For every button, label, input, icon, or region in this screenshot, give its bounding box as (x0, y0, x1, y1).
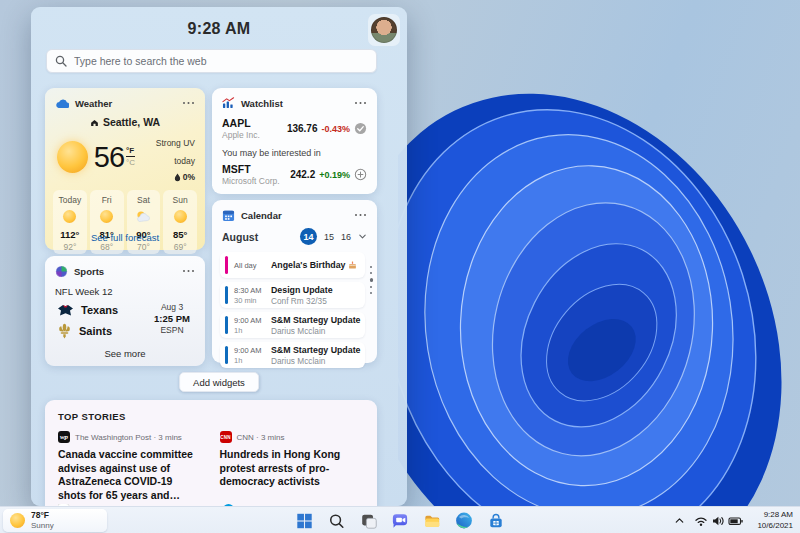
weather-location-label: Seattle, WA (103, 116, 160, 128)
taskbar-task-view-button[interactable] (356, 509, 381, 532)
teams-chat-icon (391, 511, 410, 530)
windows-bloom-wallpaper (398, 10, 800, 533)
event-title: S&M Startegy Update (271, 345, 360, 355)
stock-company: Apple Inc. (222, 130, 260, 140)
forecast-day-today[interactable]: Today 112° 92° (53, 190, 87, 254)
date-15[interactable]: 15 (324, 232, 334, 242)
search-input[interactable] (74, 55, 368, 67)
low-temp: 69° (174, 242, 187, 252)
edge-browser-icon (455, 511, 474, 530)
event-detail: Darius Mcclain (271, 326, 359, 336)
weather-title: Weather (75, 98, 112, 109)
unit-toggle[interactable]: °F °C (126, 146, 135, 167)
precipitation-label: 0% (183, 172, 195, 182)
calendar-widget[interactable]: Calendar August 14 15 16 All day (212, 200, 377, 363)
watchlist-widget[interactable]: Watchlist AAPL Apple Inc. 136.76 -0.43% (212, 88, 377, 194)
add-to-watchlist-icon[interactable] (354, 168, 367, 181)
event-title: Angela's Birthday (271, 260, 345, 270)
game-info: Aug 3 1:25 PM ESPN (149, 302, 195, 335)
event-detail: Darius Mcclain (271, 356, 359, 366)
check-circle-icon[interactable] (354, 122, 367, 135)
watchlist-menu-button[interactable] (353, 96, 369, 110)
see-full-forecast-link[interactable]: See full forecast (45, 232, 205, 243)
chevron-up-icon (673, 514, 686, 527)
forecast-day-fri[interactable]: Fri 81° 68° (90, 190, 124, 254)
stock-price: 136.76 (287, 123, 318, 134)
windows-start-icon (295, 512, 313, 530)
forecast-day-sun[interactable]: Sun 85° 69° (163, 190, 197, 254)
taskbar-edge-button[interactable] (452, 509, 477, 532)
chevron-down-icon[interactable] (358, 232, 367, 241)
stock-row-aapl[interactable]: AAPL Apple Inc. 136.76 -0.43% (212, 114, 377, 140)
see-more-link[interactable]: See more (45, 348, 205, 359)
taskbar-weather-temp: 78°F (31, 511, 49, 520)
tray-clock[interactable]: 9:28 AM 10/6/2021 (755, 508, 795, 533)
taskbar-weather-condition: Sunny (31, 522, 54, 530)
home-icon (90, 118, 99, 127)
fahrenheit-label[interactable]: °F (126, 146, 135, 157)
task-view-icon (359, 512, 377, 530)
event-design-update[interactable]: 8:30 AM 30 min Design Update Conf Rm 32/… (220, 282, 365, 308)
event-strategy-update-2[interactable]: 9:00 AM 1h S&M Startegy Update Darius Mc… (220, 342, 365, 368)
microsoft-store-icon (487, 511, 506, 530)
news-article-wapo[interactable]: wp The Washington Post · 3 mins Canada v… (58, 431, 203, 503)
account-avatar-button[interactable] (368, 14, 400, 46)
top-stories-title: TOP STORIES (58, 411, 364, 422)
wifi-icon (694, 514, 708, 528)
event-birthday[interactable]: All day Angela's Birthday (220, 252, 365, 278)
watchlist-note: You may be interested in (212, 140, 377, 160)
calendar-menu-button[interactable] (353, 208, 369, 222)
date-14-selected[interactable]: 14 (300, 228, 317, 245)
day-label: Sun (173, 195, 188, 205)
event-accent-bar (225, 346, 228, 364)
day-label: Sat (137, 195, 150, 205)
sun-icon (57, 141, 88, 173)
sports-widget[interactable]: Sports NFL Week 12 Texans Sa (45, 256, 205, 366)
celsius-label[interactable]: °C (126, 158, 135, 167)
avatar (371, 17, 397, 43)
stock-symbol: MSFT (222, 163, 280, 175)
event-accent-bar (225, 316, 228, 334)
event-strategy-update-1[interactable]: 9:00 AM 1h S&M Startegy Update Darius Mc… (220, 312, 365, 338)
web-search-bar[interactable] (46, 49, 377, 73)
taskbar-chat-button[interactable] (388, 509, 413, 532)
sports-menu-button[interactable] (181, 264, 197, 278)
article-meta: CNN · 3 mins (237, 433, 285, 442)
tray-time: 9:28 AM (757, 510, 793, 520)
stock-company: Microsoft Corp. (222, 176, 280, 186)
add-widgets-button[interactable]: Add widgets (179, 372, 259, 392)
calendar-scroll-indicator[interactable] (370, 266, 374, 294)
stock-change: -0.43% (321, 124, 350, 134)
stock-price: 242.2 (290, 169, 315, 180)
league-week-label: NFL Week 12 (45, 282, 205, 297)
forecast-day-sat[interactable]: Sat 90° 70° (127, 190, 161, 254)
game-network: ESPN (149, 325, 195, 335)
taskbar-store-button[interactable] (484, 509, 509, 532)
taskbar-search-button[interactable] (324, 509, 349, 532)
tray-network-volume-battery-button[interactable] (692, 512, 746, 530)
event-duration: 1h (234, 326, 271, 335)
sunny-icon (10, 513, 25, 528)
sunny-icon (63, 210, 76, 223)
article-headline: Canada vaccine committee advises against… (58, 448, 203, 503)
file-explorer-icon (423, 511, 442, 530)
news-article-cnn[interactable]: CNN CNN · 3 mins Hundreds in Hong Kong p… (220, 431, 365, 503)
event-detail: Conf Rm 32/35 (271, 296, 333, 306)
weather-widget[interactable]: Weather Seattle, WA 56 °F °C Strong UV t… (45, 88, 205, 250)
taskbar-widgets-button[interactable]: 78°F Sunny (3, 509, 107, 532)
low-temp: 92° (63, 242, 76, 252)
low-temp: 68° (100, 242, 113, 252)
date-16[interactable]: 16 (341, 232, 351, 242)
taskbar-file-explorer-button[interactable] (420, 509, 445, 532)
calendar-subheader: August 14 15 16 (212, 226, 377, 245)
forecast-row: Today 112° 92° Fri 81° 68° Sat (45, 182, 205, 254)
tray-overflow-button[interactable] (671, 512, 688, 529)
event-time: 9:00 AM (234, 346, 271, 355)
taskbar-start-button[interactable] (292, 509, 317, 532)
stock-row-msft[interactable]: MSFT Microsoft Corp. 242.2 +0.19% (212, 160, 377, 186)
watchlist-title: Watchlist (241, 98, 283, 109)
day-label: Today (59, 195, 82, 205)
event-accent-bar (225, 256, 228, 274)
team-name: Texans (81, 304, 118, 316)
weather-menu-button[interactable] (181, 96, 197, 110)
